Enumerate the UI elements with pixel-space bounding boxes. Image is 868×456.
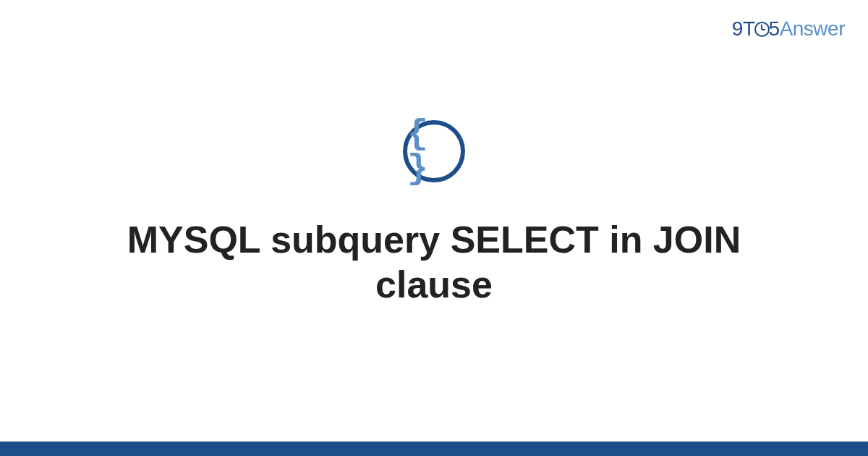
main-content: { } MYSQL subquery SELECT in JOIN clause — [0, 0, 868, 442]
code-braces-icon: { } — [403, 120, 465, 182]
footer-bar — [0, 442, 868, 456]
braces-glyph: { } — [407, 117, 461, 186]
page-title: MYSQL subquery SELECT in JOIN clause — [72, 217, 796, 308]
